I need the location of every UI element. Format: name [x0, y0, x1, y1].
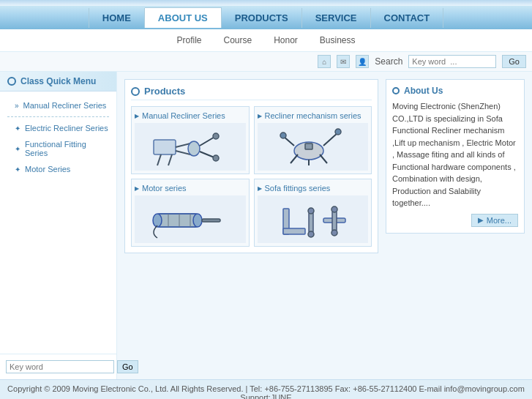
main-content: Products Manual Recliner Series [117, 72, 532, 379]
products-section: Products Manual Recliner Series [124, 79, 378, 253]
product-card-title-motor: Motor series [135, 182, 246, 195]
user-icon[interactable]: 👤 [356, 55, 369, 68]
product-card-title-recliner: Recliner mechanism series [258, 110, 369, 123]
svg-line-14 [291, 154, 298, 163]
svg-line-9 [168, 154, 172, 165]
side-panel: About Us Moving Electronic (ShenZhen) CO… [378, 79, 525, 253]
svg-point-20 [153, 214, 162, 227]
about-title-icon [392, 87, 400, 94]
svg-rect-22 [202, 219, 220, 222]
svg-rect-16 [305, 143, 312, 149]
search-input[interactable] [408, 55, 496, 68]
sidebar-item-manual[interactable]: » Manual Recliner Series [0, 97, 116, 113]
product-card-img-manual [135, 123, 246, 171]
product-card-sofa[interactable]: Sofa fittings series [254, 179, 372, 247]
sidebar-item-label: Motor Series [25, 165, 70, 174]
svg-point-18 [335, 129, 341, 135]
product-card-img-sofa [258, 195, 369, 243]
more-arrow-icon: ▶ [478, 216, 484, 224]
bullet-icon: ✦ [15, 145, 20, 153]
sidebar-menu: » Manual Recliner Series ✦ Electric Recl… [0, 92, 116, 183]
more-button[interactable]: ▶ More... [471, 214, 518, 227]
svg-point-3 [188, 141, 200, 156]
svg-rect-28 [309, 212, 313, 233]
more-label: More... [487, 216, 512, 225]
sub-nav: Profile Course Honor Business [0, 29, 532, 52]
svg-rect-27 [283, 228, 305, 234]
nav-products[interactable]: PRODUCTS [222, 8, 302, 28]
sidebar-search: Go [0, 354, 116, 379]
product-card-manual[interactable]: Manual Recliner Series [131, 106, 250, 174]
sidebar-title-icon [7, 77, 16, 86]
svg-line-12 [323, 133, 338, 146]
sidebar-search-input[interactable] [6, 360, 114, 373]
subnav-profile[interactable]: Profile [176, 35, 201, 45]
products-title-label: Products [144, 86, 185, 97]
about-box: About Us Moving Electronic (ShenZhen) CO… [386, 79, 525, 234]
product-card-title-manual: Manual Recliner Series [135, 110, 246, 123]
sidebar-title-label: Class Quick Menu [20, 76, 96, 86]
svg-point-34 [331, 230, 337, 236]
svg-line-8 [157, 154, 161, 165]
svg-point-29 [308, 208, 314, 214]
svg-point-7 [213, 155, 219, 161]
util-bar: ⌂ ✉ 👤 Search Go [0, 52, 532, 72]
sidebar: Class Quick Menu » Manual Recliner Serie… [0, 72, 117, 379]
subnav-honor[interactable]: Honor [274, 35, 298, 45]
sidebar-title: Class Quick Menu [0, 72, 116, 92]
main-wrapper: Class Quick Menu » Manual Recliner Serie… [0, 72, 532, 379]
products-title-icon [131, 87, 140, 96]
products-wrapper: Products Manual Recliner Series [124, 79, 378, 253]
sidebar-item-label: Electric Recliner Series [25, 124, 108, 133]
product-card-img-recliner [258, 123, 369, 171]
sidebar-item-motor[interactable]: ✦ Motor Series [0, 161, 116, 177]
product-card-recliner[interactable]: Recliner mechanism series [254, 106, 372, 174]
about-text: Moving Electronic (ShenZhen) CO.,LTD is … [392, 100, 518, 209]
product-grid: Manual Recliner Series [131, 106, 372, 247]
nav-home[interactable]: HOME [89, 8, 145, 28]
sidebar-divider [7, 116, 109, 117]
svg-rect-32 [332, 211, 337, 231]
product-card-motor[interactable]: Motor series [131, 179, 250, 247]
main-nav: HOME ABOUT US PRODUCTS SERVICE CONTACT [0, 6, 532, 29]
about-title-label: About Us [404, 86, 443, 96]
sidebar-item-functional[interactable]: ✦ Functional Fitting Series [0, 136, 116, 161]
nav-contact[interactable]: CONTACT [371, 8, 444, 28]
svg-point-21 [193, 214, 202, 227]
svg-point-30 [308, 231, 314, 237]
subnav-business[interactable]: Business [320, 35, 356, 45]
sidebar-item-label: Functional Fitting Series [25, 140, 109, 157]
products-title: Products [131, 86, 372, 100]
content-row: Products Manual Recliner Series [124, 79, 525, 253]
svg-point-33 [331, 206, 337, 212]
home-icon[interactable]: ⌂ [318, 55, 331, 68]
svg-point-6 [213, 133, 219, 139]
about-title: About Us [392, 86, 518, 96]
svg-rect-19 [157, 214, 198, 227]
product-card-title-sofa: Sofa fittings series [258, 182, 369, 195]
nav-about[interactable]: ABOUT US [145, 7, 222, 28]
bullet-icon: ✦ [15, 124, 20, 133]
footer-text: Copyright © 2009 Moving Electronic Co., … [7, 384, 525, 399]
bullet-icon: » [15, 102, 19, 110]
bullet-icon: ✦ [15, 165, 20, 174]
svg-point-17 [280, 133, 286, 138]
sidebar-item-electric[interactable]: ✦ Electric Recliner Series [0, 120, 116, 136]
footer: Copyright © 2009 Moving Electronic Co., … [0, 379, 532, 399]
sky-strip [0, 0, 532, 6]
svg-line-15 [320, 154, 327, 163]
sidebar-item-label: Manual Recliner Series [23, 101, 107, 110]
svg-rect-0 [154, 140, 176, 154]
search-button[interactable]: Go [502, 55, 526, 68]
nav-service[interactable]: SERVICE [302, 8, 371, 28]
search-label: Search [375, 56, 402, 67]
product-card-img-motor [135, 195, 246, 243]
mail-icon[interactable]: ✉ [337, 55, 350, 68]
subnav-course[interactable]: Course [223, 35, 252, 45]
